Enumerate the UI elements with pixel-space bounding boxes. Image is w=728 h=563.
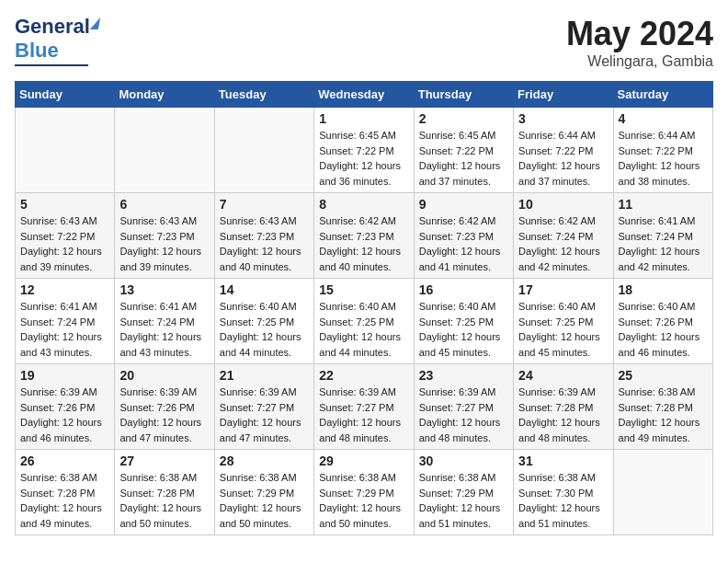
day-info: Sunrise: 6:44 AMSunset: 7:22 PMDaylight:… [518, 130, 600, 187]
logo: General Blue [15, 15, 99, 66]
day-info: Sunrise: 6:44 AMSunset: 7:22 PMDaylight:… [619, 130, 700, 187]
day-number: 16 [419, 282, 508, 297]
day-info: Sunrise: 6:43 AMSunset: 7:22 PMDaylight:… [20, 215, 102, 272]
day-number: 5 [20, 197, 109, 212]
day-info: Sunrise: 6:38 AMSunset: 7:29 PMDaylight:… [319, 472, 401, 529]
day-number: 12 [20, 282, 109, 297]
day-number: 6 [119, 197, 209, 212]
day-info: Sunrise: 6:40 AMSunset: 7:25 PMDaylight:… [518, 301, 600, 358]
calendar-week-row: 1Sunrise: 6:45 AMSunset: 7:22 PMDaylight… [16, 108, 713, 193]
title-block: May 2024 Welingara, Gambia [566, 15, 713, 70]
calendar-week-row: 19Sunrise: 6:39 AMSunset: 7:26 PMDayligh… [16, 364, 713, 450]
day-info: Sunrise: 6:42 AMSunset: 7:23 PMDaylight:… [419, 215, 501, 272]
calendar-cell: 1Sunrise: 6:45 AMSunset: 7:22 PMDaylight… [314, 108, 414, 193]
day-number: 3 [518, 111, 608, 126]
day-number: 1 [319, 111, 408, 126]
day-info: Sunrise: 6:45 AMSunset: 7:22 PMDaylight:… [419, 130, 501, 187]
day-number: 31 [518, 454, 608, 468]
day-info: Sunrise: 6:38 AMSunset: 7:29 PMDaylight:… [220, 472, 301, 529]
day-number: 10 [518, 197, 608, 212]
day-info: Sunrise: 6:41 AMSunset: 7:24 PMDaylight:… [119, 301, 201, 358]
calendar-cell: 21Sunrise: 6:39 AMSunset: 7:27 PMDayligh… [214, 364, 313, 450]
day-info: Sunrise: 6:40 AMSunset: 7:25 PMDaylight:… [319, 301, 401, 358]
month-year-title: May 2024 [566, 15, 713, 53]
day-info: Sunrise: 6:39 AMSunset: 7:28 PMDaylight:… [518, 386, 600, 443]
calendar-cell: 31Sunrise: 6:38 AMSunset: 7:30 PMDayligh… [514, 450, 613, 535]
calendar-cell: 14Sunrise: 6:40 AMSunset: 7:25 PMDayligh… [214, 279, 313, 364]
calendar-cell: 4Sunrise: 6:44 AMSunset: 7:22 PMDaylight… [613, 108, 712, 193]
day-number: 18 [619, 282, 708, 297]
calendar-cell: 20Sunrise: 6:39 AMSunset: 7:26 PMDayligh… [115, 364, 214, 450]
day-info: Sunrise: 6:38 AMSunset: 7:29 PMDaylight:… [419, 472, 501, 529]
day-info: Sunrise: 6:42 AMSunset: 7:23 PMDaylight:… [319, 215, 401, 272]
day-info: Sunrise: 6:41 AMSunset: 7:24 PMDaylight:… [20, 301, 102, 358]
calendar-cell: 10Sunrise: 6:42 AMSunset: 7:24 PMDayligh… [514, 193, 613, 279]
calendar-cell: 12Sunrise: 6:41 AMSunset: 7:24 PMDayligh… [16, 279, 115, 364]
day-number: 30 [419, 454, 508, 468]
calendar-cell: 6Sunrise: 6:43 AMSunset: 7:23 PMDaylight… [115, 193, 214, 279]
calendar-header: SundayMondayTuesdayWednesdayThursdayFrid… [16, 82, 713, 108]
calendar-cell: 25Sunrise: 6:38 AMSunset: 7:28 PMDayligh… [613, 364, 712, 450]
calendar-cell: 29Sunrise: 6:38 AMSunset: 7:29 PMDayligh… [314, 450, 414, 535]
calendar-cell: 2Sunrise: 6:45 AMSunset: 7:22 PMDaylight… [414, 108, 513, 193]
day-number: 11 [619, 197, 708, 212]
day-number: 2 [419, 111, 508, 126]
calendar-cell [613, 450, 712, 535]
calendar-cell: 19Sunrise: 6:39 AMSunset: 7:26 PMDayligh… [16, 364, 115, 450]
calendar-cell [16, 108, 115, 193]
day-number: 8 [319, 197, 408, 212]
weekday-header-tuesday: Tuesday [214, 82, 313, 108]
day-info: Sunrise: 6:41 AMSunset: 7:24 PMDaylight:… [619, 215, 700, 272]
logo-blue-text: Blue [15, 39, 59, 63]
day-info: Sunrise: 6:39 AMSunset: 7:27 PMDaylight:… [319, 386, 401, 443]
day-number: 4 [619, 111, 708, 126]
day-number: 24 [518, 368, 608, 383]
calendar-table: SundayMondayTuesdayWednesdayThursdayFrid… [15, 81, 713, 535]
weekday-header-wednesday: Wednesday [314, 82, 414, 108]
logo-general-text: General [15, 15, 90, 39]
calendar-cell: 26Sunrise: 6:38 AMSunset: 7:28 PMDayligh… [16, 450, 115, 535]
day-number: 9 [419, 197, 508, 212]
calendar-cell: 11Sunrise: 6:41 AMSunset: 7:24 PMDayligh… [613, 193, 712, 279]
calendar-cell: 18Sunrise: 6:40 AMSunset: 7:26 PMDayligh… [613, 279, 712, 364]
day-number: 7 [220, 197, 309, 212]
day-number: 17 [518, 282, 608, 297]
calendar-cell: 3Sunrise: 6:44 AMSunset: 7:22 PMDaylight… [514, 108, 613, 193]
calendar-week-row: 5Sunrise: 6:43 AMSunset: 7:22 PMDaylight… [16, 193, 713, 279]
day-number: 13 [119, 282, 209, 297]
calendar-cell: 16Sunrise: 6:40 AMSunset: 7:25 PMDayligh… [414, 279, 513, 364]
calendar-cell: 30Sunrise: 6:38 AMSunset: 7:29 PMDayligh… [414, 450, 513, 535]
day-info: Sunrise: 6:40 AMSunset: 7:26 PMDaylight:… [619, 301, 700, 358]
calendar-week-row: 26Sunrise: 6:38 AMSunset: 7:28 PMDayligh… [16, 450, 713, 535]
day-info: Sunrise: 6:39 AMSunset: 7:27 PMDaylight:… [419, 386, 501, 443]
weekday-header-row: SundayMondayTuesdayWednesdayThursdayFrid… [16, 82, 713, 108]
calendar-cell: 17Sunrise: 6:40 AMSunset: 7:25 PMDayligh… [514, 279, 613, 364]
day-number: 28 [220, 454, 309, 468]
calendar-cell: 27Sunrise: 6:38 AMSunset: 7:28 PMDayligh… [115, 450, 214, 535]
calendar-cell: 22Sunrise: 6:39 AMSunset: 7:27 PMDayligh… [314, 364, 414, 450]
day-number: 22 [319, 368, 408, 383]
day-number: 15 [319, 282, 408, 297]
day-info: Sunrise: 6:38 AMSunset: 7:28 PMDaylight:… [619, 386, 700, 443]
calendar-cell: 24Sunrise: 6:39 AMSunset: 7:28 PMDayligh… [514, 364, 613, 450]
day-number: 21 [220, 368, 309, 383]
weekday-header-saturday: Saturday [613, 82, 712, 108]
day-info: Sunrise: 6:40 AMSunset: 7:25 PMDaylight:… [419, 301, 501, 358]
day-info: Sunrise: 6:39 AMSunset: 7:27 PMDaylight:… [220, 386, 301, 443]
day-info: Sunrise: 6:39 AMSunset: 7:26 PMDaylight:… [119, 386, 201, 443]
calendar-cell [214, 108, 313, 193]
day-info: Sunrise: 6:42 AMSunset: 7:24 PMDaylight:… [518, 215, 600, 272]
location-subtitle: Welingara, Gambia [566, 53, 713, 70]
day-number: 25 [619, 368, 708, 383]
day-info: Sunrise: 6:45 AMSunset: 7:22 PMDaylight:… [319, 130, 401, 187]
calendar-body: 1Sunrise: 6:45 AMSunset: 7:22 PMDaylight… [16, 108, 713, 535]
calendar-cell: 8Sunrise: 6:42 AMSunset: 7:23 PMDaylight… [314, 193, 414, 279]
calendar-cell: 15Sunrise: 6:40 AMSunset: 7:25 PMDayligh… [314, 279, 414, 364]
day-number: 29 [319, 454, 408, 468]
weekday-header-sunday: Sunday [16, 82, 115, 108]
day-info: Sunrise: 6:38 AMSunset: 7:28 PMDaylight:… [119, 472, 201, 529]
day-info: Sunrise: 6:43 AMSunset: 7:23 PMDaylight:… [220, 215, 301, 272]
day-number: 27 [119, 454, 209, 468]
day-info: Sunrise: 6:40 AMSunset: 7:25 PMDaylight:… [220, 301, 301, 358]
weekday-header-thursday: Thursday [414, 82, 513, 108]
